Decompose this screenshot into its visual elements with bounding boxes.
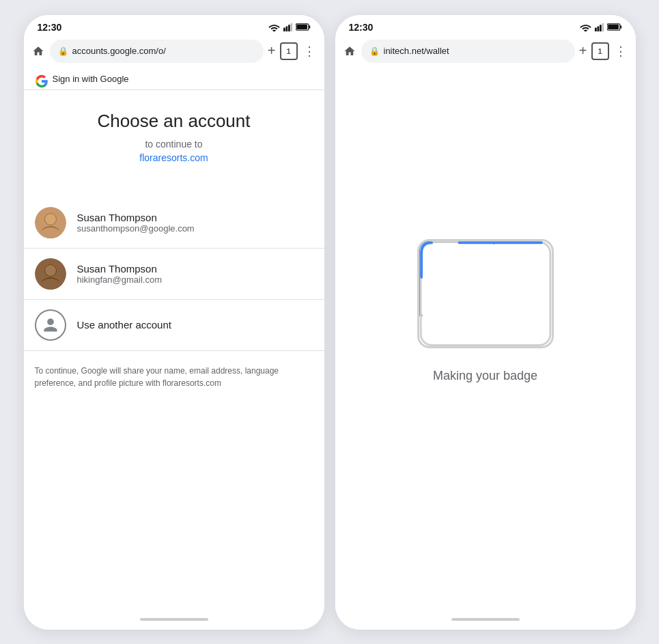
svg-rect-23 — [608, 25, 619, 29]
svg-rect-3 — [290, 23, 292, 31]
svg-rect-22 — [620, 25, 621, 29]
signal-icon-right — [595, 23, 604, 31]
google-tab-label: Sign in with Google — [53, 74, 129, 89]
account-email-2: hikingfan@gmail.com — [77, 275, 162, 285]
account-name-2: Susan Thompson — [77, 263, 162, 275]
home-bar-line-left — [140, 618, 208, 621]
account-list: Susan Thompson susanthompson@google.com — [24, 197, 324, 351]
time-left: 12:30 — [38, 22, 62, 33]
svg-rect-19 — [600, 25, 602, 31]
home-bar-left — [24, 609, 324, 630]
wifi-icon — [268, 23, 280, 31]
avatar-1 — [35, 207, 66, 238]
battery-icon — [296, 23, 311, 31]
battery-icon-right — [607, 23, 622, 31]
account-item-1[interactable]: Susan Thompson susanthompson@google.com — [24, 197, 324, 249]
account-info-2: Susan Thompson hikingfan@gmail.com — [77, 263, 162, 285]
more-button-right[interactable]: ⋮ — [613, 44, 629, 59]
use-another-account-item[interactable]: Use another account — [24, 300, 324, 351]
status-icons-right — [580, 23, 622, 31]
page-content-left: Choose an account to continue to florare… — [24, 90, 324, 609]
svg-rect-18 — [597, 26, 599, 31]
lock-icon-left: 🔒 — [58, 46, 68, 56]
status-bar-left: 12:30 — [24, 15, 324, 37]
svg-rect-0 — [283, 28, 285, 31]
account-info-1: Susan Thompson susanthompson@google.com — [77, 212, 195, 234]
lock-icon-right: 🔒 — [369, 46, 380, 56]
tab-count-left[interactable]: 1 — [280, 42, 298, 60]
person-icon — [35, 309, 66, 341]
choose-subtitle: to continue to — [44, 139, 304, 150]
url-right: initech.net/wallet — [384, 46, 449, 56]
google-tab-bar: Sign in with Google — [24, 68, 324, 90]
choose-site[interactable]: floraresorts.com — [44, 152, 304, 163]
svg-rect-17 — [595, 28, 597, 31]
google-logo — [35, 74, 48, 88]
new-tab-button-left[interactable]: + — [268, 43, 276, 59]
more-button-left[interactable]: ⋮ — [302, 44, 318, 59]
loading-arc — [419, 241, 552, 346]
new-tab-button-right[interactable]: + — [579, 43, 587, 59]
home-icon-left[interactable] — [31, 44, 46, 59]
svg-rect-6 — [296, 25, 307, 29]
svg-rect-5 — [309, 25, 310, 29]
svg-rect-20 — [602, 23, 603, 31]
status-icons-left — [268, 23, 311, 31]
svg-rect-2 — [288, 25, 290, 31]
avatar-2 — [35, 258, 66, 290]
time-right: 12:30 — [349, 22, 374, 33]
address-bar-left: 🔒 accounts.google.com/o/ + 1 ⋮ — [24, 37, 324, 68]
home-icon-right[interactable] — [342, 44, 357, 59]
choose-title: Choose an account — [44, 111, 304, 132]
choose-account-container: Choose an account to continue to florare… — [24, 90, 324, 191]
svg-rect-24 — [421, 242, 550, 345]
home-bar-line-right — [451, 618, 520, 621]
tab-count-right[interactable]: 1 — [591, 42, 609, 60]
svg-point-10 — [45, 214, 56, 225]
page-content-right: Making your badge — [335, 68, 636, 609]
making-badge-label: Making your badge — [433, 369, 537, 383]
address-bar-right: 🔒 initech.net/wallet + 1 ⋮ — [335, 37, 636, 68]
wifi-icon-right — [580, 23, 591, 31]
svg-rect-1 — [285, 26, 288, 31]
svg-point-15 — [45, 265, 56, 276]
address-pill-right[interactable]: 🔒 initech.net/wallet — [361, 40, 575, 63]
right-phone: 12:30 🔒 initech.net/wallet — [335, 15, 636, 630]
account-email-1: susanthompson@google.com — [77, 223, 195, 234]
url-left: accounts.google.com/o/ — [72, 46, 166, 56]
account-name-1: Susan Thompson — [77, 212, 195, 223]
status-bar-right: 12:30 — [335, 15, 636, 37]
account-item-2[interactable]: Susan Thompson hikingfan@gmail.com — [24, 249, 324, 300]
left-phone: 12:30 🔒 ac — [24, 15, 324, 630]
use-another-label: Use another account — [77, 319, 171, 331]
privacy-note: To continue, Google will share your name… — [24, 351, 324, 403]
badge-card — [417, 239, 554, 348]
address-pill-left[interactable]: 🔒 accounts.google.com/o/ — [50, 40, 264, 63]
badge-loader-container: Making your badge — [417, 239, 554, 383]
home-bar-right — [335, 609, 636, 630]
signal-icon — [283, 23, 292, 31]
